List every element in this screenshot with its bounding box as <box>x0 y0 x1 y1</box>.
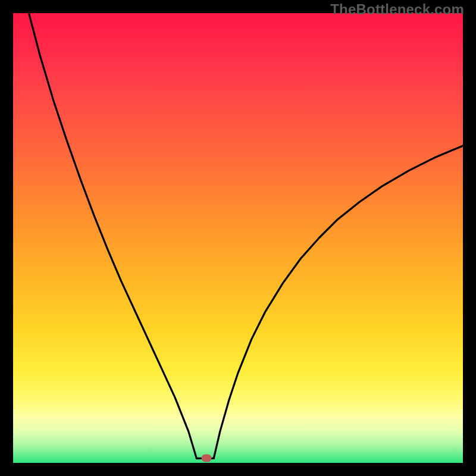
curve-right-branch <box>214 146 463 458</box>
optimum-marker <box>202 455 212 462</box>
bottleneck-curve <box>13 13 463 463</box>
watermark-text: TheBottleneck.com <box>330 1 464 18</box>
outer-frame: TheBottleneck.com <box>0 0 476 476</box>
curve-left-branch <box>29 13 197 458</box>
plot-area <box>13 13 463 463</box>
